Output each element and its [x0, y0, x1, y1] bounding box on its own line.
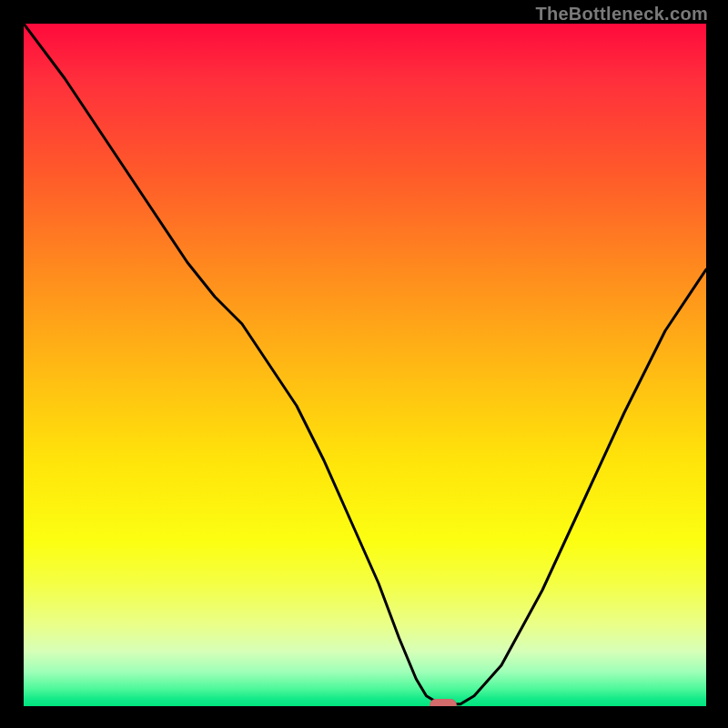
frame: TheBottleneck.com [0, 0, 728, 728]
optimal-marker [430, 699, 457, 707]
plot-area [24, 24, 706, 706]
curve-path [24, 24, 706, 704]
bottleneck-curve [24, 24, 706, 706]
watermark-text: TheBottleneck.com [535, 4, 708, 25]
